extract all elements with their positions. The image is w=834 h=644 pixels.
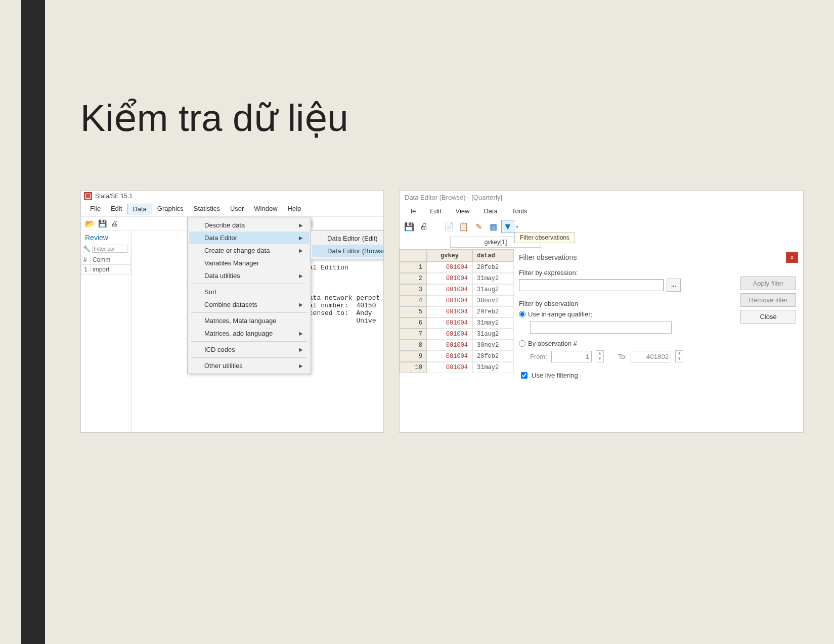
menu-graphics[interactable]: Graphics — [152, 204, 189, 214]
de-edit-mode-icon[interactable]: ✎ — [472, 220, 485, 233]
table-row[interactable]: 500100429feb2 — [400, 306, 514, 317]
live-filtering-row: Use live filtering — [519, 371, 798, 380]
table-row[interactable]: 400100430nov2 — [400, 295, 514, 306]
cell-gvkey[interactable]: 001004 — [427, 284, 472, 295]
cell-gvkey[interactable]: 001004 — [427, 273, 472, 284]
to-spinner[interactable]: ▲▼ — [675, 350, 683, 362]
filter-expression-input[interactable] — [519, 279, 664, 291]
slide: Kiểm tra dữ liệu Stata/SE 15.1 File Edit… — [0, 0, 834, 644]
review-row-num: 1 — [81, 265, 91, 274]
table-row[interactable]: 1000100431may2 — [400, 362, 514, 373]
cell-datad[interactable]: 31may2 — [472, 317, 514, 329]
dd-matrices-mata[interactable]: Matrices, Mata language — [189, 314, 309, 327]
row-number: 5 — [400, 306, 427, 317]
open-icon[interactable]: 📂 — [85, 218, 95, 228]
col-datad[interactable]: datad — [472, 250, 514, 262]
to-input[interactable] — [631, 351, 671, 362]
dd-icd-codes[interactable]: ICD codes▶ — [189, 343, 309, 356]
cell-datad[interactable]: 31aug2 — [472, 284, 514, 295]
de-paste-icon[interactable]: 📋 — [457, 220, 470, 233]
review-filter-row: 🔧 — [81, 245, 131, 255]
dd-other-utilities[interactable]: Other utilities▶ — [189, 359, 309, 372]
sub-data-editor-browse[interactable]: Data Editor (Browse) — [312, 245, 384, 257]
cell-gvkey[interactable]: 001004 — [427, 295, 472, 306]
review-filter-input[interactable] — [92, 245, 127, 253]
from-spinner[interactable]: ▲▼ — [596, 350, 604, 362]
table-row[interactable]: 200100431may2 — [400, 273, 514, 284]
cell-datad[interactable]: 30nov2 — [472, 340, 514, 351]
dd-sort[interactable]: Sort — [189, 286, 309, 298]
menu-data[interactable]: Data — [127, 204, 152, 214]
filter-close-button[interactable]: x — [786, 252, 798, 263]
wrench-icon[interactable]: 🔧 — [83, 245, 91, 252]
dd-variables-manager[interactable]: Variables Manager — [189, 257, 309, 269]
dd-data-utilities[interactable]: Data utilities▶ — [189, 269, 309, 282]
cell-gvkey[interactable]: 001004 — [427, 351, 472, 362]
slide-content: Kiểm tra dữ liệu Stata/SE 15.1 File Edit… — [45, 0, 834, 644]
table-row[interactable]: 100100428feb2 — [400, 262, 514, 273]
dd-describe-data[interactable]: Describe data▶ — [189, 219, 309, 232]
table-row[interactable]: 800100430nov2 — [400, 340, 514, 351]
chevron-right-icon: ▶ — [299, 363, 303, 369]
review-row[interactable]: 1 import — [81, 265, 131, 274]
menu-window[interactable]: Window — [249, 204, 282, 214]
remove-filter-button[interactable]: Remove filter — [740, 293, 796, 307]
menu-statistics[interactable]: Statistics — [189, 204, 225, 214]
close-button[interactable]: Close — [740, 310, 796, 324]
de-menu-data[interactable]: Data — [476, 206, 504, 216]
data-editor-window: Data Editor (Browse) - [Quarterly] le Ed… — [399, 190, 804, 433]
menu-user[interactable]: User — [225, 204, 249, 214]
row-number: 1 — [400, 262, 427, 273]
cell-datad[interactable]: 29feb2 — [472, 306, 514, 317]
sub-data-editor-edit[interactable]: Data Editor (Edit) — [312, 232, 384, 245]
cell-datad[interactable]: 31aug2 — [472, 329, 514, 340]
cell-datad[interactable]: 31may2 — [472, 362, 514, 373]
dd-matrices-ado[interactable]: Matrices, ado language▶ — [189, 327, 309, 340]
cell-gvkey[interactable]: 001004 — [427, 329, 472, 340]
toolbar-caret-icon[interactable]: ▾ — [516, 224, 518, 229]
dd-create-change-data[interactable]: Create or change data▶ — [189, 244, 309, 257]
expression-builder-button[interactable]: ... — [667, 279, 681, 292]
apply-filter-button[interactable]: Apply filter — [740, 277, 796, 290]
cell-gvkey[interactable]: 001004 — [427, 317, 472, 329]
cell-datad[interactable]: 28feb2 — [472, 262, 514, 273]
dd-combine-datasets[interactable]: Combine datasets▶ — [189, 298, 309, 311]
chevron-right-icon: ▶ — [299, 248, 303, 253]
cell-gvkey[interactable]: 001004 — [427, 362, 472, 373]
print-icon[interactable]: 🖨 — [109, 218, 119, 228]
save-icon[interactable]: 💾 — [97, 218, 107, 228]
menu-file[interactable]: File — [85, 204, 106, 214]
from-input[interactable] — [551, 351, 592, 362]
table-row[interactable]: 300100431aug2 — [400, 284, 514, 295]
range-qualifier-input[interactable] — [530, 321, 672, 334]
de-menu-tools[interactable]: Tools — [505, 206, 534, 216]
cell-datad[interactable]: 31may2 — [472, 273, 514, 284]
table-row[interactable]: 600100431may2 — [400, 317, 514, 329]
screenshot-row: Stata/SE 15.1 File Edit Data Graphics St… — [80, 190, 804, 433]
dd-data-editor[interactable]: Data Editor▶ — [189, 232, 309, 244]
cell-datad[interactable]: 28feb2 — [472, 351, 514, 362]
use-range-radio[interactable] — [519, 311, 525, 317]
col-gvkey[interactable]: gvkey — [427, 250, 472, 262]
filter-buttons-column: Apply filter Remove filter Close — [740, 277, 796, 324]
de-menu-view[interactable]: View — [449, 206, 477, 216]
live-filtering-checkbox[interactable] — [521, 372, 528, 379]
de-menu-edit[interactable]: Edit — [423, 206, 448, 216]
de-browse-mode-icon[interactable]: ▦ — [487, 220, 500, 233]
cell-gvkey[interactable]: 001004 — [427, 306, 472, 317]
de-save-icon[interactable]: 💾 — [403, 220, 416, 233]
menu-edit[interactable]: Edit — [106, 204, 127, 214]
row-number: 2 — [400, 273, 427, 284]
cell-gvkey[interactable]: 001004 — [427, 262, 472, 273]
table-row[interactable]: 700100431aug2 — [400, 329, 514, 340]
de-menu-file[interactable]: le — [404, 206, 423, 216]
cell-gvkey[interactable]: 001004 — [427, 340, 472, 351]
de-filter-icon[interactable]: ▼ — [501, 220, 514, 233]
de-print-icon[interactable]: 🖨 — [417, 220, 430, 233]
de-copy-icon[interactable]: 📄 — [443, 220, 456, 233]
by-obs-num-radio[interactable] — [519, 340, 525, 347]
from-label: From: — [530, 353, 547, 360]
table-row[interactable]: 900100428feb2 — [400, 351, 514, 362]
menu-help[interactable]: Help — [283, 204, 306, 214]
cell-datad[interactable]: 30nov2 — [472, 295, 514, 306]
